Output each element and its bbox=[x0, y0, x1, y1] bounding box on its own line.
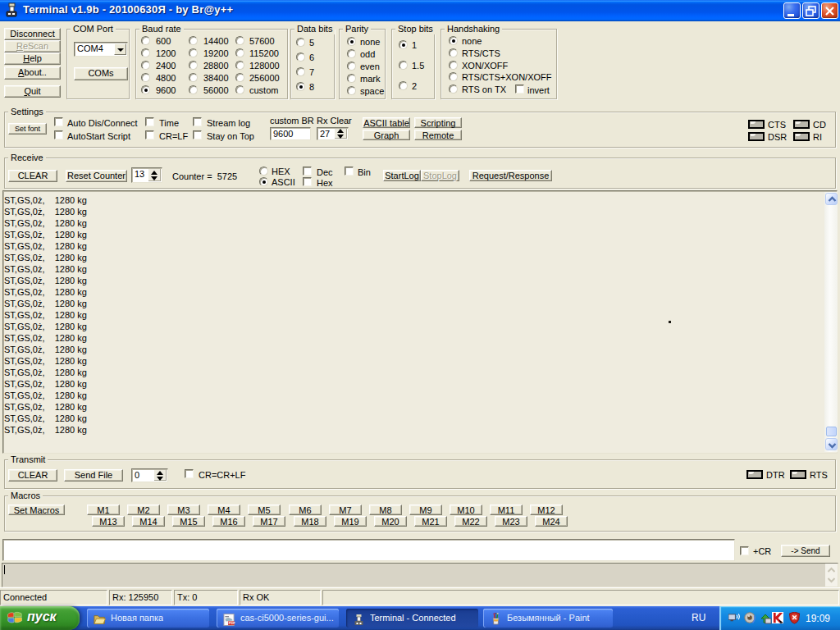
svg-text:PDF: PDF bbox=[229, 621, 235, 625]
